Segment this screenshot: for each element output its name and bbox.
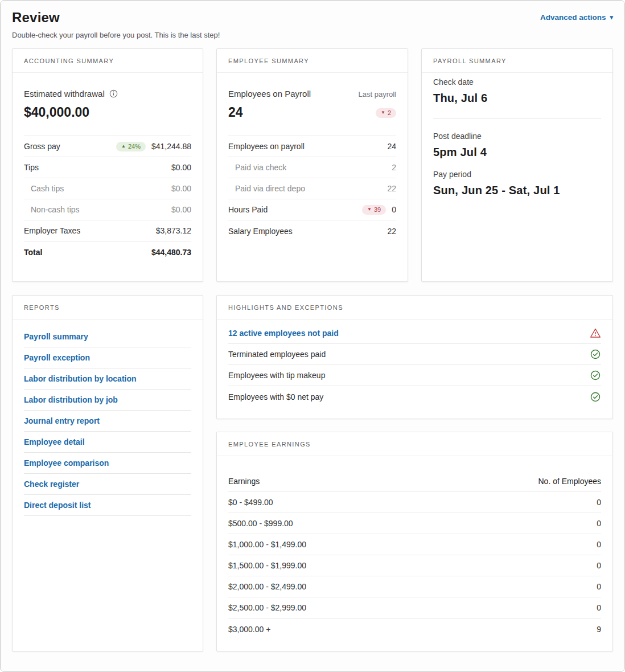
report-link[interactable]: Direct deposit list bbox=[24, 495, 191, 516]
last-payroll-block: Last payroll ▼2 bbox=[359, 89, 396, 120]
row-value-group: $0.00 bbox=[171, 205, 191, 214]
row-value-group: $3,873.12 bbox=[156, 226, 191, 235]
earnings-range: $1,000.00 - $1,499.00 bbox=[228, 540, 306, 549]
accounting-summary-body: Estimated withdrawal $40,000.00 Gross pa… bbox=[13, 73, 203, 281]
employee-earnings-body: Earnings No. of Employees $0 - $499.000$… bbox=[217, 456, 612, 651]
earnings-table-header: Earnings No. of Employees bbox=[228, 471, 601, 492]
summary-row: Paid via direct depo22 bbox=[228, 178, 396, 199]
row-value-group: $0.00 bbox=[171, 184, 191, 193]
row-value-group: $44,480.73 bbox=[151, 248, 191, 257]
employee-earnings-header: Employee Earnings bbox=[217, 432, 612, 456]
row-value: 22 bbox=[387, 184, 396, 193]
reports-list: Payroll summaryPayroll exceptionLabor di… bbox=[13, 319, 203, 651]
row-value: $41,244.88 bbox=[151, 142, 191, 151]
row-value: $0.00 bbox=[171, 205, 191, 214]
earnings-range: $500.00 - $999.00 bbox=[228, 519, 293, 528]
highlight-row: Terminated employees paid bbox=[228, 344, 601, 365]
employee-summary-header: Employee Summary bbox=[217, 49, 408, 73]
increase-badge: ▲24% bbox=[116, 142, 146, 151]
highlight-label: Terminated employees paid bbox=[228, 350, 326, 359]
payroll-summary-item: Check dateThu, Jul 6 bbox=[433, 77, 601, 119]
employee-summary-table: Employees on payroll24Paid via check2Pai… bbox=[228, 136, 396, 241]
earnings-count: 0 bbox=[597, 498, 601, 507]
row-label: Cash tips bbox=[24, 184, 64, 193]
earnings-column-label: Earnings bbox=[228, 477, 260, 486]
up-triangle-icon: ▲ bbox=[121, 144, 126, 149]
report-link[interactable]: Employee detail bbox=[24, 432, 191, 453]
row-label: Total bbox=[24, 248, 42, 257]
summary-row: Gross pay▲24%$41,244.88 bbox=[24, 136, 191, 157]
highlights-exceptions-header: Highlights and Exceptions bbox=[217, 296, 612, 319]
earnings-table: $0 - $499.000$500.00 - $999.000$1,000.00… bbox=[228, 492, 601, 640]
row-value-group: 2 bbox=[392, 163, 396, 172]
earnings-count: 0 bbox=[597, 582, 601, 591]
payroll-summary-body: Check dateThu, Jul 6Post deadline5pm Jul… bbox=[422, 73, 612, 281]
chevron-down-icon: ▾ bbox=[610, 14, 613, 21]
highlight-row: 12 active employees not paid bbox=[228, 323, 601, 344]
highlights-exceptions-card: Highlights and Exceptions 12 active empl… bbox=[216, 295, 613, 419]
earnings-range: $2,000.00 - $2,499.00 bbox=[228, 582, 306, 591]
summary-row: Cash tips$0.00 bbox=[24, 178, 191, 199]
earnings-range: $3,000.00 + bbox=[228, 625, 270, 634]
highlight-row: Employees with $0 net pay bbox=[228, 386, 601, 407]
payroll-review-page: Review Double-check your payroll before … bbox=[0, 0, 625, 672]
top-right-cards: Employee Summary Employees on Payroll 24… bbox=[216, 48, 613, 282]
row-value: 22 bbox=[387, 227, 396, 236]
bottom-right-cards: Highlights and Exceptions 12 active empl… bbox=[216, 295, 613, 651]
decrease-badge: ▼39 bbox=[362, 205, 386, 215]
employee-summary-top: Employees on Payroll 24 Last payroll ▼2 bbox=[228, 89, 396, 120]
summary-row: Hours Paid▼390 bbox=[228, 199, 396, 220]
row-label: Employer Taxes bbox=[24, 226, 80, 235]
earnings-row: $1,500.00 - $1,999.000 bbox=[228, 555, 601, 576]
payroll-summary-item: Post deadline5pm Jul 4 bbox=[433, 132, 601, 159]
advanced-actions-label: Advanced actions bbox=[540, 13, 606, 22]
row-value-group: 22 bbox=[387, 184, 396, 193]
check-circle-icon bbox=[590, 349, 601, 360]
employee-summary-body: Employees on Payroll 24 Last payroll ▼2 … bbox=[217, 73, 408, 281]
down-triangle-icon: ▼ bbox=[367, 207, 372, 212]
report-link[interactable]: Check register bbox=[24, 474, 191, 495]
earnings-row: $0 - $499.000 bbox=[228, 492, 601, 513]
report-link[interactable]: Payroll summary bbox=[24, 326, 191, 347]
earnings-count: 0 bbox=[597, 603, 601, 612]
employees-on-payroll-label: Employees on Payroll bbox=[228, 89, 311, 99]
earnings-row: $500.00 - $999.000 bbox=[228, 513, 601, 534]
badge-value: 24% bbox=[128, 144, 141, 150]
highlights-list: 12 active employees not paidTerminated e… bbox=[217, 319, 612, 419]
badge-value: 2 bbox=[388, 110, 391, 116]
employees-on-payroll-block: Employees on Payroll 24 bbox=[228, 89, 311, 120]
payroll-summary-card: Payroll Summary Check dateThu, Jul 6Post… bbox=[421, 48, 613, 282]
accounting-summary-table: Gross pay▲24%$41,244.88Tips$0.00Cash tip… bbox=[24, 136, 191, 263]
earnings-row: $2,500.00 - $2,999.000 bbox=[228, 597, 601, 618]
earnings-row: $3,000.00 +9 bbox=[228, 618, 601, 640]
earnings-count: 0 bbox=[597, 540, 601, 549]
row-value: 0 bbox=[392, 205, 396, 214]
check-circle-icon bbox=[590, 370, 601, 381]
summary-row: Employer Taxes$3,873.12 bbox=[24, 220, 191, 241]
employee-count-column-label: No. of Employees bbox=[538, 477, 602, 486]
earnings-count: 0 bbox=[597, 561, 601, 570]
report-link[interactable]: Employee comparison bbox=[24, 453, 191, 474]
info-icon[interactable] bbox=[109, 89, 118, 98]
earnings-count: 0 bbox=[597, 519, 601, 528]
payroll-item-label: Check date bbox=[433, 77, 601, 87]
row-label: Paid via direct depo bbox=[228, 184, 305, 193]
highlight-link[interactable]: 12 active employees not paid bbox=[228, 329, 339, 338]
report-link[interactable]: Journal entry report bbox=[24, 411, 191, 432]
earnings-row: $1,000.00 - $1,499.000 bbox=[228, 534, 601, 555]
row-label: Non-cash tips bbox=[24, 205, 80, 214]
payroll-item-label: Pay period bbox=[433, 170, 601, 179]
report-link[interactable]: Labor distribution by location bbox=[24, 368, 191, 390]
report-link[interactable]: Labor distribution by job bbox=[24, 390, 191, 411]
last-payroll-label: Last payroll bbox=[359, 90, 396, 99]
earnings-range: $1,500.00 - $1,999.00 bbox=[228, 561, 306, 570]
highlight-label: Employees with tip makeup bbox=[228, 371, 325, 380]
down-triangle-icon: ▼ bbox=[381, 110, 385, 115]
dashboard-grid: Accounting Summary Estimated withdrawal … bbox=[12, 48, 613, 651]
payroll-summary-item: Pay periodSun, Jun 25 - Sat, Jul 1 bbox=[433, 170, 601, 197]
row-label: Paid via check bbox=[228, 163, 286, 172]
advanced-actions-button[interactable]: Advanced actions ▾ bbox=[540, 13, 613, 22]
report-link[interactable]: Payroll exception bbox=[24, 347, 191, 368]
summary-row: Non-cash tips$0.00 bbox=[24, 199, 191, 220]
summary-row: Employees on payroll24 bbox=[228, 136, 396, 157]
